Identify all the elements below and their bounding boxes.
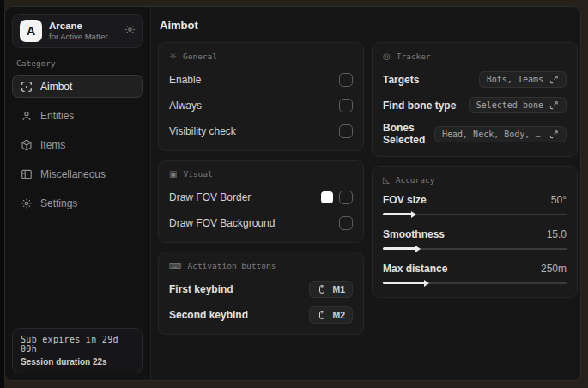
sidebar-item-label: Entities: [40, 110, 74, 122]
panel-icon: [20, 167, 33, 180]
enable-checkbox[interactable]: [339, 73, 353, 87]
setting-label: FOV size: [383, 194, 427, 206]
slider-value: 50°: [551, 194, 567, 206]
dropdown-value: Head, Neck, Body, Pe…: [442, 130, 543, 139]
draw-fov-background-checkbox[interactable]: [339, 216, 353, 230]
sub-expiry-text: Sub expires in 29d 09h: [21, 335, 135, 354]
keyboard-icon: ⌨: [169, 261, 181, 270]
max-distance-slider[interactable]: [383, 279, 567, 287]
sidebar-item-entities[interactable]: Entities: [12, 104, 143, 127]
fov-size-slider[interactable]: [383, 210, 567, 218]
brand-name: Arcane: [49, 20, 108, 32]
card-title: Accuracy: [396, 175, 435, 185]
slider-value: 250m: [541, 263, 567, 275]
bones-selected-dropdown[interactable]: Head, Neck, Body, Pe…: [434, 126, 567, 142]
card-title: Tracker: [397, 52, 431, 61]
gear-icon: [20, 197, 33, 209]
mouse-icon: [317, 310, 327, 320]
smoothness-slider[interactable]: [383, 245, 567, 252]
find-bone-type-dropdown[interactable]: Selected bone: [469, 97, 567, 113]
sidebar-item-label: Miscellaneous: [40, 168, 106, 180]
tracker-card: ◎ Tracker Targets Bots, Teams Find bone …: [372, 42, 578, 157]
keybind-value: M1: [332, 284, 345, 294]
slider-value: 15.0: [547, 228, 567, 240]
brand-card: A Arcane for Active Matter: [12, 14, 143, 48]
visibility-check-checkbox[interactable]: [339, 124, 353, 138]
entities-icon: [20, 109, 33, 122]
arcane-window: A Arcane for Active Matter Category Aimb…: [4, 6, 581, 381]
setting-label: Always: [169, 100, 202, 112]
subscription-card: Sub expires in 29d 09h Session duration …: [12, 328, 143, 373]
visual-card: ▣ Visual Draw FOV Border Draw FOV Backgr…: [158, 160, 364, 243]
setting-label: Find bone type: [383, 100, 456, 112]
crosshair-icon: [20, 80, 33, 93]
sidebar: A Arcane for Active Matter Category Aimb…: [5, 7, 151, 380]
card-title: Activation buttons: [187, 261, 276, 270]
expand-select-icon: [549, 75, 559, 84]
first-keybind-button[interactable]: M1: [309, 281, 353, 298]
sidebar-item-label: Settings: [40, 197, 77, 209]
draw-fov-border-checkbox[interactable]: [339, 191, 353, 204]
setting-label: Smoothness: [383, 228, 445, 240]
setting-label: First keybind: [169, 283, 233, 295]
sidebar-item-miscellaneous[interactable]: Miscellaneous: [12, 162, 143, 185]
brand-subtitle: for Active Matter: [49, 32, 108, 42]
keybind-value: M2: [332, 310, 345, 320]
sidebar-item-items[interactable]: Items: [12, 133, 143, 156]
setting-label: Max distance: [383, 263, 447, 275]
target-icon: ◎: [383, 52, 391, 61]
sidebar-item-label: Items: [40, 139, 65, 151]
second-keybind-button[interactable]: M2: [309, 306, 353, 324]
fov-border-color-swatch[interactable]: [321, 191, 333, 203]
gear-icon[interactable]: [124, 23, 136, 39]
targets-dropdown[interactable]: Bots, Teams: [479, 71, 567, 88]
setting-label: Bones Selected: [383, 122, 434, 146]
accuracy-card: ◺ Accuracy FOV size 50°: [372, 166, 578, 298]
card-title: General: [183, 52, 217, 61]
setting-label: Targets: [383, 74, 419, 86]
expand-select-icon: [549, 100, 559, 110]
setting-label: Second keybind: [169, 309, 248, 321]
sidebar-item-label: Aimbot: [40, 81, 72, 93]
angle-icon: ◺: [383, 175, 390, 185]
card-title: Visual: [183, 169, 212, 179]
sidebar-item-settings[interactable]: Settings: [12, 191, 143, 215]
activation-buttons-card: ⌨ Activation buttons First keybind M1 Se…: [158, 252, 364, 335]
session-duration-text: Session duration 22s: [21, 357, 135, 367]
mouse-icon: [317, 284, 327, 294]
sun-icon: ☼: [169, 52, 177, 61]
always-checkbox[interactable]: [339, 99, 353, 112]
general-card: ☼ General Enable Always Visibility c: [158, 42, 364, 151]
sidebar-item-aimbot[interactable]: Aimbot: [12, 75, 143, 98]
setting-label: Visibility check: [169, 125, 236, 137]
category-label: Category: [16, 58, 143, 68]
setting-label: Draw FOV Background: [169, 217, 275, 229]
image-icon: ▣: [169, 169, 177, 179]
cube-icon: [20, 138, 33, 151]
expand-select-icon: [549, 130, 559, 139]
dropdown-value: Selected bone: [476, 100, 543, 110]
setting-label: Enable: [169, 74, 201, 86]
main-panel: Aimbot ☼ General Enable Alw: [151, 7, 580, 380]
setting-label: Draw FOV Border: [169, 191, 251, 203]
desktop-backdrop: A Arcane for Active Matter Category Aimb…: [0, 0, 588, 388]
page-title: Aimbot: [160, 19, 573, 32]
brand-logo: A: [20, 20, 42, 42]
dropdown-value: Bots, Teams: [487, 75, 543, 84]
